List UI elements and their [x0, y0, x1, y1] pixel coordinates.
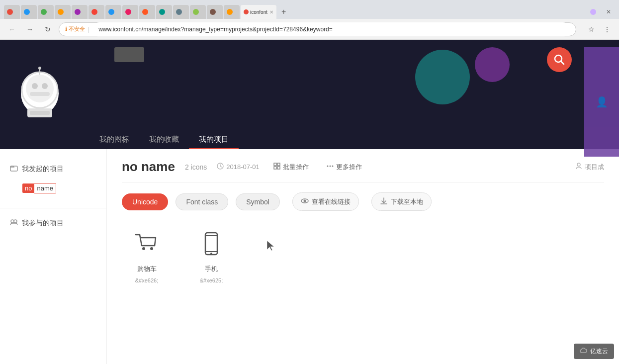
svg-point-7: [38, 67, 41, 70]
eye-icon: [301, 197, 309, 206]
svg-rect-5: [30, 92, 50, 96]
forward-button[interactable]: →: [23, 22, 37, 36]
member-icon: [575, 163, 582, 171]
icon-name-mobile: 手机: [205, 265, 218, 273]
user-placeholder: [114, 47, 144, 62]
nav-tab-my-collection[interactable]: 我的收藏: [139, 131, 189, 149]
header-nav: 我的图标 我的收藏 我的项目: [89, 131, 239, 149]
cloud-badge[interactable]: 亿速云: [574, 344, 614, 359]
batch-icon: [273, 163, 280, 171]
svg-point-3: [32, 83, 38, 89]
download-local-button[interactable]: 下载至本地: [371, 192, 432, 211]
group-svg: [10, 218, 18, 226]
sidebar-participated[interactable]: 我参与的项目: [0, 213, 106, 233]
cursor-area: [251, 231, 291, 261]
svg-line-11: [561, 61, 564, 64]
decorative-blob-2: [475, 47, 510, 82]
browser-tab[interactable]: [88, 5, 104, 19]
svg-rect-21: [277, 167, 280, 169]
user-icon: 👤: [596, 96, 608, 108]
sidebar-project-list: noname: [0, 179, 106, 203]
download-icon: [380, 197, 388, 206]
project-member-button[interactable]: 项目成: [575, 163, 604, 172]
svg-point-25: [577, 163, 580, 166]
svg-point-14: [14, 220, 17, 223]
refresh-button[interactable]: ↻: [41, 22, 55, 36]
browser-tab[interactable]: [72, 5, 88, 19]
sidebar-project-item[interactable]: noname: [17, 182, 61, 194]
sidebar: 我发起的项目 noname 我参与的项目: [0, 149, 107, 364]
browser-tabs-row: iconfont ✕ + ✕: [0, 0, 619, 19]
browser-tab[interactable]: [207, 5, 223, 19]
info-icon: ℹ: [65, 26, 67, 32]
address-bar-row: ← → ↻ ℹ 不安全 | ☆ ⋮: [0, 19, 619, 40]
svg-rect-9: [30, 111, 50, 115]
svg-rect-20: [274, 167, 276, 169]
url-input[interactable]: [92, 22, 570, 36]
svg-point-4: [42, 83, 48, 89]
svg-rect-18: [274, 163, 276, 166]
security-indicator: ℹ 不安全: [65, 25, 85, 33]
view-tabs-row: Unicode Font class Symbol 查看在线链接: [122, 192, 604, 211]
icon-code-shopping-cart: &#xe626;: [135, 277, 158, 283]
search-icon: [554, 54, 565, 65]
tab-unicode[interactable]: Unicode: [122, 193, 168, 210]
svg-point-2: [26, 75, 54, 102]
browser-tab[interactable]: [156, 5, 172, 19]
svg-point-27: [303, 200, 306, 202]
more-ops-button[interactable]: 更多操作: [323, 161, 366, 174]
browser-tab[interactable]: [190, 5, 206, 19]
sidebar-divider: [0, 208, 106, 208]
header-user-panel[interactable]: 👤: [584, 47, 619, 157]
browser-tab[interactable]: [21, 5, 37, 19]
user-avatar: [114, 47, 144, 62]
folder-icon: [10, 164, 18, 174]
site-header: 我的图标 我的收藏 我的项目 👤: [0, 40, 619, 149]
back-button[interactable]: ←: [5, 22, 19, 36]
icon-code-mobile: &#xe625;: [200, 277, 223, 283]
batch-ops-button[interactable]: 批量操作: [269, 161, 313, 174]
browser-tab[interactable]: [38, 5, 54, 19]
svg-point-32: [150, 247, 153, 250]
group-icon: [10, 218, 18, 228]
robot-logo-svg: [15, 66, 65, 121]
browser-tab[interactable]: [122, 5, 138, 19]
browser-tab-new[interactable]: +: [277, 5, 293, 19]
menu-button[interactable]: ⋮: [600, 22, 614, 36]
tab-symbol[interactable]: Symbol: [236, 193, 280, 210]
nav-tab-my-icons[interactable]: 我的图标: [89, 131, 139, 149]
svg-point-23: [329, 166, 331, 167]
browser-tab-active[interactable]: iconfont ✕: [241, 5, 276, 19]
more-icon: [327, 163, 334, 171]
svg-rect-19: [277, 163, 280, 166]
browser-tab[interactable]: [105, 5, 121, 19]
decorative-blob-1: [415, 50, 470, 104]
icon-card-mobile: 手机 &#xe625;: [186, 231, 236, 283]
browser-tab[interactable]: [224, 5, 240, 19]
icon-count-badge: 2 icons: [185, 163, 207, 171]
project-header: no name 2 icons 2018-07-01: [122, 159, 604, 182]
browser-tab[interactable]: [4, 5, 20, 19]
project-name-suffix: name: [34, 183, 56, 193]
icon-name-shopping-cart: 购物车: [137, 265, 157, 273]
content-area: no name 2 icons 2018-07-01: [107, 149, 619, 364]
header-search-button[interactable]: [547, 47, 572, 72]
browser-tab[interactable]: [55, 5, 71, 19]
svg-point-36: [210, 253, 212, 255]
browser-tab[interactable]: [173, 5, 189, 19]
view-online-button[interactable]: 查看在线链接: [292, 192, 359, 211]
tab-font-class[interactable]: Font class: [176, 193, 228, 210]
cursor-icon: [266, 240, 276, 252]
main-wrapper: 我发起的项目 noname 我参与的项目 no name: [0, 149, 619, 364]
browser-tab[interactable]: [587, 5, 603, 19]
svg-point-22: [327, 166, 328, 167]
project-title: no name: [122, 159, 175, 175]
svg-line-17: [220, 166, 222, 167]
bookmark-button[interactable]: ☆: [584, 22, 598, 36]
nav-tab-my-projects[interactable]: 我的项目: [189, 131, 239, 149]
svg-point-31: [142, 247, 145, 250]
icon-card-shopping-cart: 购物车 &#xe626;: [122, 231, 172, 283]
sidebar-my-projects[interactable]: 我发起的项目: [0, 159, 106, 179]
close-tab-icon[interactable]: ✕: [606, 8, 611, 15]
browser-tab[interactable]: [139, 5, 155, 19]
